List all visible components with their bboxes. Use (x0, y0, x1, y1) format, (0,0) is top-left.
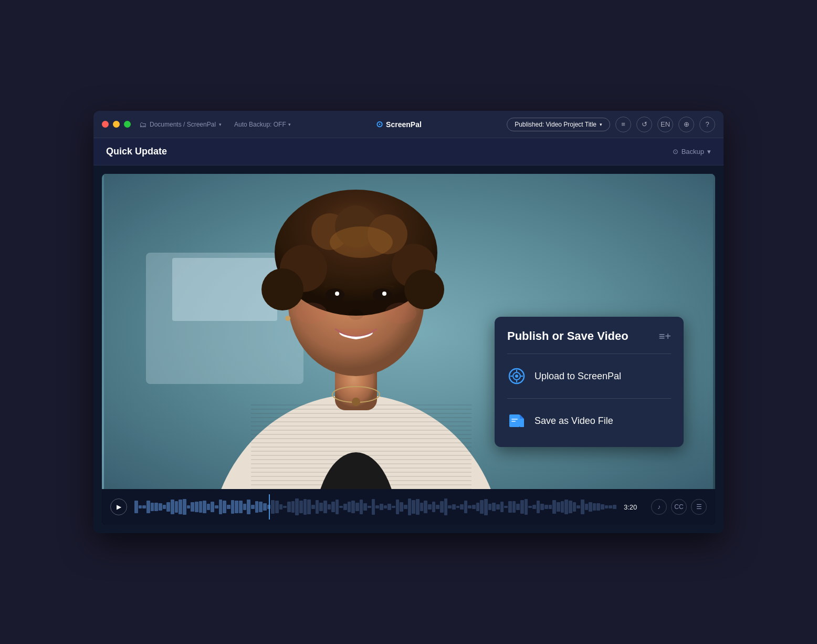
wave-bar (416, 499, 420, 515)
svg-point-38 (330, 226, 393, 258)
cc-icon: CC (674, 503, 683, 511)
auto-backup-label: Auto Backup: OFF (234, 121, 286, 128)
wave-bar (171, 500, 174, 515)
minimize-button[interactable] (113, 121, 120, 128)
wave-bar (223, 501, 226, 513)
svg-point-32 (261, 268, 303, 310)
backup-button[interactable]: ⊙ Backup ▾ (673, 148, 711, 155)
wave-bar (408, 498, 412, 515)
add-list-icon: ≡+ (659, 330, 671, 342)
wave-bar (311, 505, 315, 510)
wave-bar (500, 502, 504, 512)
save-file-icon (507, 411, 526, 430)
wave-bar (235, 501, 238, 514)
page-title: Quick Update (106, 146, 167, 157)
history-icon: ↺ (642, 120, 647, 128)
wave-bar (464, 501, 468, 513)
wave-bar (339, 506, 343, 508)
backup-label: Backup (682, 148, 704, 155)
wave-bar (380, 504, 383, 510)
menu-button[interactable]: ☰ (691, 499, 707, 515)
timeline-bar: ▶ 1:08:00 3:20 ♪ CC (102, 489, 715, 525)
wave-bar (259, 502, 263, 513)
wave-bar (134, 501, 138, 514)
cc-button[interactable]: CC (671, 499, 687, 515)
wave-bar (601, 504, 604, 510)
history-icon-button[interactable]: ↺ (636, 117, 652, 132)
list-icon-button[interactable]: ≡ (615, 117, 631, 132)
upload-to-screenpal-option[interactable]: Upload to ScreenPal (507, 362, 671, 390)
wave-bar (525, 499, 528, 515)
wave-bar (263, 503, 267, 511)
add-option-button[interactable]: ≡+ (659, 330, 671, 342)
playhead: 1:08:00 (269, 494, 270, 520)
wave-bar (319, 503, 323, 511)
svg-point-45 (385, 303, 416, 324)
wave-bar (336, 500, 339, 514)
svg-point-46 (285, 316, 290, 321)
wave-bar (351, 501, 355, 513)
svg-point-44 (296, 303, 327, 324)
auto-backup[interactable]: Auto Backup: OFF ▾ (234, 121, 291, 128)
wave-bar (532, 505, 536, 510)
waveform-container[interactable]: 1:08:00 (133, 494, 617, 520)
wave-bar (368, 506, 371, 508)
wave-bar (552, 500, 556, 514)
wave-bar (508, 501, 512, 513)
wave-bar (146, 501, 150, 514)
wave-bar (187, 505, 191, 508)
layers-icon: ⊕ (684, 120, 689, 128)
play-button[interactable]: ▶ (110, 498, 127, 515)
main-content: Publish or Save Video ≡+ (93, 165, 724, 533)
wave-bar (432, 502, 436, 512)
close-button[interactable] (102, 121, 109, 128)
music-button[interactable]: ♪ (651, 499, 667, 515)
language-icon: EN (661, 120, 670, 128)
help-icon: ? (705, 120, 709, 128)
wave-bar (207, 504, 211, 510)
wave-bar (348, 502, 351, 512)
panel-divider-1 (507, 354, 671, 354)
window-controls (102, 121, 131, 128)
wave-bar (271, 500, 275, 514)
svg-point-39 (326, 288, 344, 301)
svg-point-34 (404, 269, 444, 309)
published-status-button[interactable]: Published: Video Project Title ▾ (507, 118, 610, 131)
wave-bar (299, 501, 303, 513)
wave-bar (139, 505, 142, 508)
wave-bar (549, 505, 552, 509)
play-icon: ▶ (117, 503, 121, 511)
duration-display: 3:20 (624, 503, 645, 511)
svg-point-42 (382, 292, 386, 296)
folder-chevron-icon: ▾ (219, 122, 222, 127)
wave-bar (360, 500, 363, 515)
wave-bar (557, 502, 560, 512)
wave-bar (219, 500, 223, 515)
wave-bar (331, 502, 335, 512)
language-icon-button[interactable]: EN (657, 117, 673, 132)
help-icon-button[interactable]: ? (699, 117, 715, 132)
wave-bar (255, 501, 259, 512)
folder-path[interactable]: 🗂 Documents / ScreenPal ▾ (139, 120, 222, 129)
wave-bar (154, 503, 158, 511)
wave-bar (444, 498, 448, 515)
maximize-button[interactable] (124, 121, 131, 128)
wave-bar (203, 501, 206, 514)
wave-bar (251, 505, 255, 509)
svg-rect-53 (511, 419, 518, 420)
video-container: Publish or Save Video ≡+ (102, 174, 715, 525)
save-as-video-file-option[interactable]: Save as Video File (507, 407, 671, 434)
backup-icon: ⊙ (673, 148, 678, 155)
wave-bar (561, 501, 564, 513)
wave-bar (528, 506, 532, 508)
wave-bar (384, 505, 387, 508)
wave-bar (191, 502, 194, 511)
wave-bar (287, 502, 291, 512)
panel-divider-2 (507, 398, 671, 399)
wave-bar (544, 505, 548, 508)
backup-chevron-icon: ▾ (707, 148, 711, 155)
layers-icon-button[interactable]: ⊕ (678, 117, 694, 132)
wave-bar (323, 501, 327, 514)
wave-bar (589, 502, 592, 512)
video-background: Publish or Save Video ≡+ (102, 174, 715, 489)
